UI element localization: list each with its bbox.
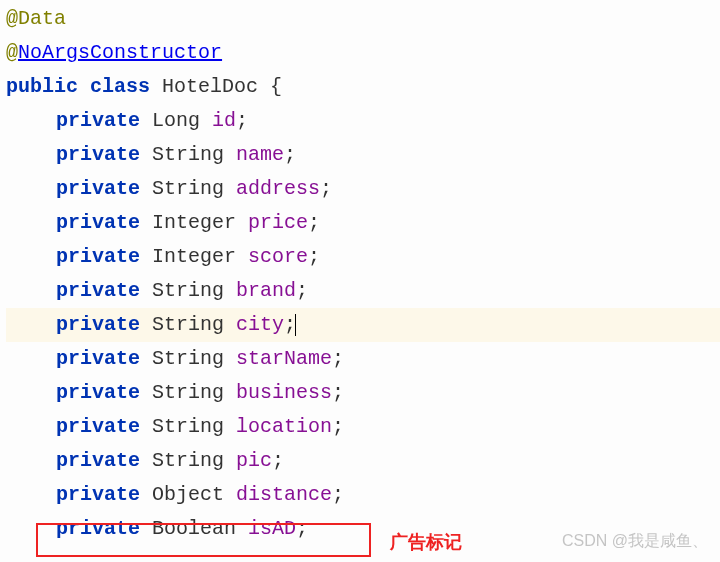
field-declaration: private Long id; [6, 104, 720, 138]
field-declaration: private String pic; [6, 444, 720, 478]
field-name: pic [236, 444, 272, 478]
field-type: String [152, 444, 224, 478]
semicolon: ; [308, 240, 320, 274]
semicolon: ; [332, 342, 344, 376]
at-sign: @ [6, 2, 18, 36]
field-type: Boolean [152, 512, 236, 546]
semicolon: ; [284, 138, 296, 172]
kw-public: public [6, 70, 78, 104]
field-type: String [152, 308, 224, 342]
field-type: Integer [152, 240, 236, 274]
semicolon: ; [332, 376, 344, 410]
field-type: Object [152, 478, 224, 512]
kw-private: private [56, 240, 140, 274]
code-editor: @Data@NoArgsConstructorpublic class Hote… [6, 2, 720, 546]
annotation-line: @NoArgsConstructor [6, 36, 720, 70]
field-declaration: private Object distance; [6, 478, 720, 512]
annotation-data: Data [18, 2, 66, 36]
field-name: brand [236, 274, 296, 308]
field-type: String [152, 342, 224, 376]
kw-private: private [56, 410, 140, 444]
kw-private: private [56, 512, 140, 546]
field-name: isAD [248, 512, 296, 546]
class-name: HotelDoc [162, 70, 258, 104]
field-declaration: private String business; [6, 376, 720, 410]
field-name: distance [236, 478, 332, 512]
annotation-line: @Data [6, 2, 720, 36]
field-declaration: private String starName; [6, 342, 720, 376]
field-declaration: private String city; [6, 308, 720, 342]
kw-private: private [56, 478, 140, 512]
kw-private: private [56, 104, 140, 138]
field-name: score [248, 240, 308, 274]
open-brace: { [270, 70, 282, 104]
field-declaration: private Integer score; [6, 240, 720, 274]
kw-private: private [56, 342, 140, 376]
field-declaration: private String name; [6, 138, 720, 172]
field-type: Long [152, 104, 200, 138]
semicolon: ; [272, 444, 284, 478]
field-type: String [152, 376, 224, 410]
highlight-label: 广告标记 [390, 527, 462, 558]
kw-private: private [56, 444, 140, 478]
field-name: address [236, 172, 320, 206]
kw-private: private [56, 138, 140, 172]
kw-class: class [90, 70, 150, 104]
semicolon: ; [332, 410, 344, 444]
kw-private: private [56, 308, 140, 342]
text-cursor [295, 314, 296, 336]
kw-private: private [56, 376, 140, 410]
field-name: business [236, 376, 332, 410]
field-type: String [152, 138, 224, 172]
field-declaration: private String location; [6, 410, 720, 444]
kw-private: private [56, 274, 140, 308]
field-name: starName [236, 342, 332, 376]
semicolon: ; [320, 172, 332, 206]
semicolon: ; [236, 104, 248, 138]
field-type: Integer [152, 206, 236, 240]
semicolon: ; [296, 274, 308, 308]
field-type: String [152, 172, 224, 206]
kw-private: private [56, 206, 140, 240]
annotation-noargs: NoArgsConstructor [18, 36, 222, 70]
field-type: String [152, 410, 224, 444]
field-name: location [236, 410, 332, 444]
field-name: price [248, 206, 308, 240]
field-declaration: private String address; [6, 172, 720, 206]
class-declaration: public class HotelDoc { [6, 70, 720, 104]
semicolon: ; [332, 478, 344, 512]
semicolon: ; [296, 512, 308, 546]
field-name: id [212, 104, 236, 138]
field-declaration: private String brand; [6, 274, 720, 308]
field-name: city [236, 308, 284, 342]
semicolon: ; [308, 206, 320, 240]
at-sign: @ [6, 36, 18, 70]
kw-private: private [56, 172, 140, 206]
field-declaration: private Integer price; [6, 206, 720, 240]
field-type: String [152, 274, 224, 308]
field-name: name [236, 138, 284, 172]
field-declaration: private Boolean isAD; [6, 512, 720, 546]
